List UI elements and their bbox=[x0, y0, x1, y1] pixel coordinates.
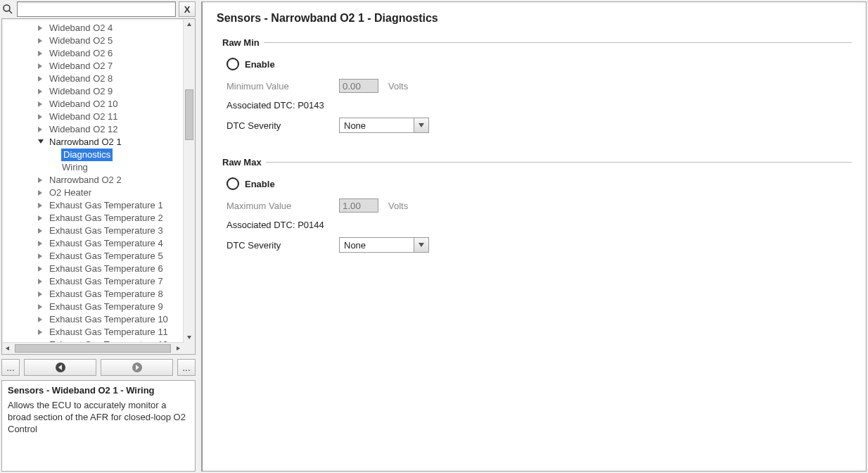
tree-horizontal-scrollbar[interactable] bbox=[2, 342, 184, 354]
scroll-thumb[interactable] bbox=[15, 344, 171, 353]
tree-item[interactable]: Exhaust Gas Temperature 9 bbox=[2, 301, 184, 313]
tree-expand-icon[interactable] bbox=[37, 25, 44, 32]
tree-expand-icon[interactable] bbox=[37, 265, 44, 272]
svg-marker-22 bbox=[38, 304, 42, 310]
tree-item-label: Wideband O2 11 bbox=[49, 111, 119, 123]
tree-item[interactable]: Exhaust Gas Temperature 7 bbox=[2, 275, 184, 288]
tree-item-label: Wideband O2 9 bbox=[49, 85, 113, 98]
scroll-up-icon[interactable] bbox=[184, 19, 195, 30]
chevron-down-icon[interactable] bbox=[414, 118, 428, 132]
tree-expand-icon[interactable] bbox=[37, 291, 44, 298]
tree-expand-icon[interactable] bbox=[37, 253, 44, 260]
tree-expand-icon[interactable] bbox=[37, 278, 44, 285]
tree-item-label: Exhaust Gas Temperature 8 bbox=[49, 288, 164, 301]
tree-expand-icon[interactable] bbox=[37, 50, 44, 57]
raw-max-value-input[interactable] bbox=[339, 198, 378, 213]
tree-child-item[interactable]: Wiring bbox=[2, 161, 184, 174]
scroll-right-icon[interactable] bbox=[172, 343, 184, 354]
history-forward-button[interactable] bbox=[101, 359, 173, 376]
tree-item-label: Wideband O2 6 bbox=[49, 47, 113, 60]
tree-expand-icon[interactable] bbox=[37, 189, 44, 196]
chevron-down-icon[interactable] bbox=[414, 238, 428, 252]
raw-max-value-label: Maximum Value bbox=[226, 201, 339, 211]
raw-max-enable-toggle[interactable] bbox=[226, 177, 239, 190]
history-list-back-button[interactable]: ... bbox=[1, 359, 20, 376]
tree-item-label: Wideband O2 7 bbox=[49, 60, 113, 72]
tree-expand-icon[interactable] bbox=[37, 202, 44, 209]
tree-expand-icon[interactable] bbox=[37, 126, 44, 133]
tree-vertical-scrollbar[interactable] bbox=[183, 19, 195, 343]
tree-expand-icon[interactable] bbox=[37, 240, 44, 247]
tree-item[interactable]: Exhaust Gas Temperature 8 bbox=[2, 288, 184, 301]
raw-min-enable-toggle[interactable] bbox=[226, 58, 239, 70]
scroll-thumb[interactable] bbox=[185, 89, 193, 140]
tree-item[interactable]: Exhaust Gas Temperature 10 bbox=[2, 313, 184, 326]
tree-item-label: Exhaust Gas Temperature 4 bbox=[49, 237, 164, 250]
svg-marker-16 bbox=[38, 228, 42, 234]
tree-item[interactable]: Wideband O2 7 bbox=[2, 60, 184, 72]
tree-item[interactable]: O2 Heater bbox=[2, 187, 184, 199]
search-clear-button[interactable]: X bbox=[179, 1, 196, 17]
tree-item[interactable]: Exhaust Gas Temperature 6 bbox=[2, 263, 184, 275]
svg-marker-10 bbox=[38, 127, 42, 132]
svg-marker-2 bbox=[38, 25, 42, 31]
svg-marker-29 bbox=[177, 346, 180, 351]
page-title: Sensors - Narrowband O2 1 - Diagnostics bbox=[217, 12, 852, 25]
tree-item[interactable]: Exhaust Gas Temperature 4 bbox=[2, 237, 184, 250]
tree-item[interactable]: Exhaust Gas Temperature 2 bbox=[2, 212, 184, 225]
group-legend: Raw Max bbox=[222, 157, 266, 168]
tree-item[interactable]: Wideband O2 4 bbox=[2, 22, 184, 34]
tree-item[interactable]: Wideband O2 5 bbox=[2, 34, 184, 47]
tree-expand-icon[interactable] bbox=[37, 329, 44, 336]
tree-item-label: Exhaust Gas Temperature 1 bbox=[49, 199, 164, 212]
scroll-left-icon[interactable] bbox=[2, 343, 13, 354]
raw-max-unit: Volts bbox=[388, 201, 408, 211]
tree-item-label: Exhaust Gas Temperature 5 bbox=[49, 250, 164, 263]
raw-min-enable-label: Enable bbox=[245, 59, 275, 70]
raw-max-severity-select[interactable]: None bbox=[339, 237, 429, 253]
tree-item[interactable]: Wideband O2 11 bbox=[2, 111, 184, 123]
tree-expand-icon[interactable] bbox=[37, 63, 44, 70]
scroll-down-icon[interactable] bbox=[184, 332, 195, 343]
svg-marker-7 bbox=[38, 89, 42, 94]
tree-item[interactable]: Wideband O2 6 bbox=[2, 47, 184, 60]
raw-max-enable-label: Enable bbox=[245, 179, 275, 189]
group-raw-max: Raw Max Enable Maximum Value Volts Assoc… bbox=[222, 157, 852, 260]
tree-expand-icon[interactable] bbox=[37, 303, 44, 310]
tree-item[interactable]: Wideband O2 10 bbox=[2, 98, 184, 111]
history-list-forward-button[interactable]: ... bbox=[177, 359, 196, 376]
tree-item[interactable]: Wideband O2 9 bbox=[2, 85, 184, 98]
svg-marker-26 bbox=[187, 23, 191, 26]
tree-item[interactable]: Narrowband O2 1 bbox=[2, 136, 184, 149]
tree-item-label: Narrowband O2 1 bbox=[49, 136, 122, 149]
svg-marker-34 bbox=[419, 123, 424, 127]
tree-item[interactable]: Narrowband O2 2 bbox=[2, 174, 184, 187]
tree-item[interactable]: Exhaust Gas Temperature 11 bbox=[2, 326, 184, 339]
raw-min-severity-select[interactable]: None bbox=[339, 118, 429, 133]
tree-child-item[interactable]: Diagnostics bbox=[2, 149, 184, 161]
raw-min-value-input[interactable] bbox=[339, 79, 378, 93]
tree-expand-icon[interactable] bbox=[37, 37, 44, 44]
tree-expand-icon[interactable] bbox=[37, 113, 44, 120]
tree-item-label: Wideband O2 12 bbox=[49, 123, 119, 136]
tree-item[interactable]: Exhaust Gas Temperature 1 bbox=[2, 199, 184, 212]
tree-item[interactable]: Exhaust Gas Temperature 5 bbox=[2, 250, 184, 263]
tree-expand-icon[interactable] bbox=[37, 227, 44, 234]
tree-collapse-icon[interactable] bbox=[37, 139, 44, 146]
tree-item[interactable]: Exhaust Gas Temperature 3 bbox=[2, 225, 184, 237]
tree-item[interactable]: Wideband O2 8 bbox=[2, 72, 184, 85]
tree-expand-icon[interactable] bbox=[37, 316, 44, 323]
tree-expand-icon[interactable] bbox=[37, 177, 44, 184]
tree-expand-icon[interactable] bbox=[37, 75, 44, 82]
history-back-button[interactable] bbox=[24, 359, 96, 376]
svg-line-1 bbox=[9, 11, 12, 13]
tree-expand-icon[interactable] bbox=[37, 215, 44, 222]
svg-marker-20 bbox=[38, 279, 42, 284]
svg-marker-21 bbox=[38, 291, 42, 297]
search-input[interactable] bbox=[17, 1, 176, 17]
tree-item-label: O2 Heater bbox=[49, 187, 92, 199]
tree-item[interactable]: Wideband O2 12 bbox=[2, 123, 184, 136]
svg-marker-24 bbox=[38, 329, 42, 335]
tree-expand-icon[interactable] bbox=[37, 88, 44, 95]
tree-expand-icon[interactable] bbox=[37, 101, 44, 108]
